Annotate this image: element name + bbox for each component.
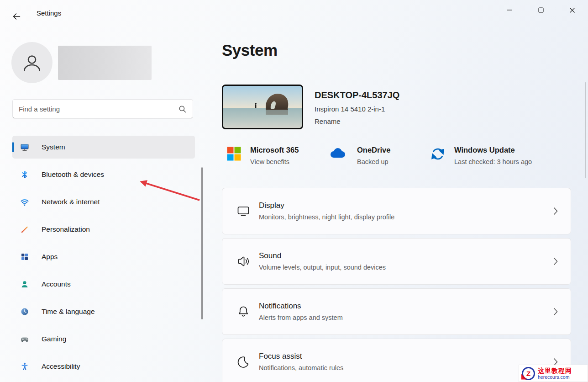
network-icon bbox=[20, 197, 29, 207]
time-language-icon bbox=[20, 307, 29, 316]
search-icon[interactable] bbox=[178, 105, 186, 113]
sidebar-item-gaming[interactable]: Gaming bbox=[12, 328, 195, 350]
watermark-site: herecours.com bbox=[538, 374, 572, 380]
card-subtitle: Alerts from apps and system bbox=[259, 313, 343, 323]
gaming-icon bbox=[20, 334, 29, 344]
card-subtitle: Notifications, automatic rules bbox=[259, 363, 343, 373]
status-title: Microsoft 365 bbox=[250, 144, 299, 155]
apps-icon bbox=[20, 252, 29, 261]
settings-cards: Display Monitors, brightness, night ligh… bbox=[222, 188, 571, 382]
sidebar-item-accounts[interactable]: Accounts bbox=[12, 273, 195, 296]
back-button[interactable] bbox=[9, 9, 24, 24]
display-icon bbox=[236, 204, 251, 218]
device-model: Inspiron 14 5410 2-in-1 bbox=[315, 104, 399, 114]
focus-assist-moon-icon bbox=[236, 355, 251, 369]
sidebar-scrollbar[interactable] bbox=[201, 167, 203, 319]
rename-button[interactable]: Rename bbox=[315, 117, 341, 127]
chevron-right-icon bbox=[553, 207, 558, 215]
status-title: OneDrive bbox=[357, 144, 390, 155]
card-title: Focus assist bbox=[259, 351, 343, 362]
avatar[interactable] bbox=[11, 42, 52, 83]
display-card[interactable]: Display Monitors, brightness, night ligh… bbox=[222, 188, 571, 234]
page-title: System bbox=[222, 41, 278, 59]
sidebar-item-label: Apps bbox=[42, 253, 58, 261]
sidebar-item-label: Network & internet bbox=[42, 198, 100, 206]
sidebar-item-label: Accessibility bbox=[42, 362, 80, 371]
microsoft-365-status[interactable]: Microsoft 365 View benefits bbox=[227, 144, 299, 167]
settings-sidebar: System Bluetooth & devices bbox=[0, 26, 205, 382]
device-thumbnail bbox=[222, 85, 303, 129]
status-subtitle: Backed up bbox=[357, 156, 390, 167]
sidebar-item-label: Accounts bbox=[42, 280, 71, 288]
selection-indicator bbox=[12, 142, 14, 152]
windows-update-status[interactable]: Windows Update Last checked: 3 hours ago bbox=[430, 144, 532, 167]
sound-icon bbox=[236, 255, 251, 268]
sidebar-item-label: System bbox=[42, 143, 65, 151]
sound-card[interactable]: Sound Volume levels, output, input, soun… bbox=[222, 238, 571, 285]
card-title: Notifications bbox=[259, 301, 343, 312]
accessibility-icon bbox=[20, 362, 29, 371]
card-subtitle: Volume levels, output, input, sound devi… bbox=[259, 263, 386, 272]
sidebar-item-accessibility[interactable]: Accessibility bbox=[12, 355, 195, 378]
back-arrow-icon bbox=[12, 12, 21, 21]
status-row: Microsoft 365 View benefits OneDrive Bac… bbox=[222, 144, 571, 173]
chevron-right-icon bbox=[553, 308, 558, 316]
device-name: DESKTOP-4L537JQ bbox=[315, 90, 399, 101]
app-title: Settings bbox=[37, 9, 61, 17]
person-icon bbox=[21, 52, 42, 73]
onedrive-status[interactable]: OneDrive Backed up bbox=[328, 144, 390, 167]
personalization-icon bbox=[20, 225, 29, 234]
card-title: Display bbox=[259, 200, 394, 211]
notifications-bell-icon bbox=[236, 305, 251, 318]
sidebar-item-personalization[interactable]: Personalization bbox=[12, 218, 195, 241]
system-icon bbox=[20, 143, 29, 152]
user-name-redacted bbox=[58, 46, 152, 80]
card-subtitle: Monitors, brightness, night light, displ… bbox=[259, 212, 394, 222]
sidebar-item-bluetooth-devices[interactable]: Bluetooth & devices bbox=[12, 163, 195, 186]
chevron-right-icon bbox=[553, 257, 558, 265]
watermark-name: 这里教程网 bbox=[538, 367, 572, 374]
sidebar-item-network-internet[interactable]: Network & internet bbox=[12, 191, 195, 213]
sidebar-item-label: Time & language bbox=[42, 308, 95, 316]
onedrive-icon bbox=[328, 147, 348, 159]
sidebar-item-system[interactable]: System bbox=[12, 136, 195, 159]
sidebar-item-time-language[interactable]: Time & language bbox=[12, 300, 195, 323]
search-input[interactable] bbox=[13, 100, 178, 118]
window-scrollbar[interactable] bbox=[585, 82, 586, 178]
sidebar-item-apps[interactable]: Apps bbox=[12, 245, 195, 268]
device-info: DESKTOP-4L537JQ Inspiron 14 5410 2-in-1 … bbox=[315, 85, 399, 129]
wallpaper-beach-image bbox=[223, 86, 302, 128]
windows-update-icon bbox=[430, 147, 445, 161]
main-content: System bbox=[222, 0, 571, 382]
card-title: Sound bbox=[259, 250, 386, 261]
status-subtitle: Last checked: 3 hours ago bbox=[454, 156, 532, 167]
status-title: Windows Update bbox=[454, 144, 532, 155]
notifications-card[interactable]: Notifications Alerts from apps and syste… bbox=[222, 288, 571, 335]
search-box bbox=[12, 99, 193, 118]
sidebar-nav: System Bluetooth & devices bbox=[0, 136, 205, 382]
watermark-logo-icon: Z bbox=[522, 367, 535, 380]
accounts-icon bbox=[20, 280, 29, 289]
bluetooth-icon bbox=[20, 170, 29, 179]
sidebar-item-label: Bluetooth & devices bbox=[42, 170, 104, 179]
sidebar-item-label: Personalization bbox=[42, 225, 90, 233]
watermark: Z 这里教程网 herecours.com bbox=[519, 365, 588, 382]
microsoft-365-icon bbox=[227, 147, 241, 161]
sidebar-item-label: Gaming bbox=[42, 335, 66, 343]
device-header: DESKTOP-4L537JQ Inspiron 14 5410 2-in-1 … bbox=[222, 85, 399, 129]
status-subtitle[interactable]: View benefits bbox=[250, 156, 299, 167]
